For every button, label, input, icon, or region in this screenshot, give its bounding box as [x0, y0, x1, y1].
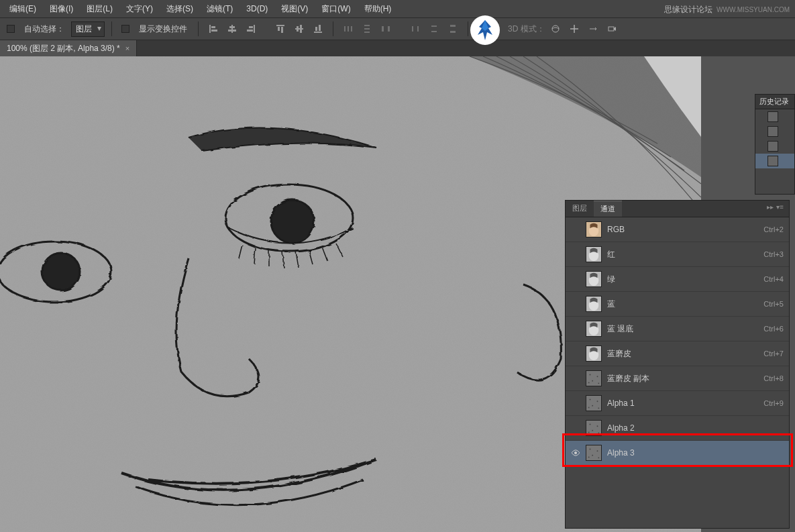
- align-top-icon[interactable]: [272, 21, 288, 36]
- visibility-eye-icon[interactable]: [571, 349, 580, 358]
- align-right-icon[interactable]: [243, 21, 259, 36]
- tab-channels[interactable]: 通道: [594, 201, 622, 217]
- svg-rect-11: [281, 27, 283, 33]
- panel-collapse-icon[interactable]: ▸▸: [767, 203, 774, 214]
- align-bottom-icon[interactable]: [310, 21, 326, 36]
- svg-rect-26: [412, 26, 413, 32]
- 3d-camera-icon[interactable]: [604, 21, 620, 36]
- channel-shortcut: Ctrl+8: [763, 374, 784, 382]
- show-transform-checkbox[interactable]: [121, 25, 129, 33]
- visibility-eye-icon[interactable]: [571, 423, 580, 433]
- channel-row[interactable]: Alpha 2: [566, 416, 789, 441]
- history-panel-title: 历史记录: [755, 95, 794, 109]
- visibility-eye-icon[interactable]: [571, 225, 580, 234]
- history-item[interactable]: [755, 154, 794, 168]
- show-transform-label: 显示变换控件: [139, 23, 187, 35]
- svg-rect-7: [249, 26, 253, 28]
- channel-row[interactable]: Alpha 1Ctrl+9: [566, 391, 789, 416]
- document-tab[interactable]: 100% (图层 2 副本, Alpha 3/8) * ×: [0, 40, 137, 56]
- history-item[interactable]: [755, 109, 794, 124]
- 3d-orbit-icon[interactable]: [547, 21, 564, 36]
- channel-row[interactable]: 蓝磨皮 副本Ctrl+8: [566, 366, 789, 391]
- visibility-eye-icon[interactable]: [571, 324, 580, 333]
- menu-layer[interactable]: 图层(L): [80, 0, 119, 18]
- svg-rect-27: [417, 26, 419, 32]
- svg-rect-19: [348, 26, 349, 32]
- svg-point-82: [597, 450, 598, 451]
- menu-view[interactable]: 视图(V): [274, 0, 315, 18]
- channel-row[interactable]: 红Ctrl+3: [566, 242, 789, 267]
- distribute-h-icon[interactable]: [340, 21, 356, 36]
- svg-rect-18: [344, 26, 346, 32]
- svg-rect-9: [276, 25, 284, 26]
- svg-rect-4: [229, 26, 235, 28]
- distribute-spacing-3-icon[interactable]: [445, 21, 461, 36]
- visibility-eye-icon[interactable]: [571, 274, 580, 284]
- channel-row[interactable]: 蓝Ctrl+5: [566, 292, 789, 317]
- auto-select-label: 自动选择：: [24, 23, 64, 35]
- panel-menu-icon[interactable]: ▾≡: [776, 203, 784, 214]
- distribute-v-icon[interactable]: [359, 21, 375, 36]
- channel-name: 红: [607, 249, 758, 260]
- distribute-3-icon[interactable]: [378, 21, 394, 36]
- align-left-icon[interactable]: [205, 21, 221, 36]
- svg-point-36: [552, 25, 559, 32]
- channel-thumbnail: [586, 271, 602, 287]
- app-logo-icon: [470, 15, 500, 46]
- channel-thumbnail: [586, 296, 602, 312]
- visibility-eye-icon[interactable]: [571, 448, 580, 458]
- 3d-slide-icon[interactable]: [585, 21, 601, 36]
- distribute-spacing-h-icon[interactable]: [407, 21, 423, 36]
- channel-name: Alpha 2: [607, 423, 778, 433]
- align-center-h-icon[interactable]: [224, 21, 240, 36]
- channel-row[interactable]: RGBCtrl+2: [566, 217, 789, 242]
- menu-filter[interactable]: 滤镜(T): [200, 0, 240, 18]
- menu-select[interactable]: 选择(S): [160, 0, 200, 18]
- options-bar: 自动选择： 图层 显示变换控件 3D 模式：: [0, 18, 795, 40]
- svg-point-67: [597, 401, 598, 402]
- 3d-pan-icon[interactable]: [566, 21, 582, 36]
- channel-row[interactable]: 蓝磨皮Ctrl+7: [566, 341, 789, 366]
- channel-shortcut: Ctrl+2: [763, 225, 784, 233]
- menu-image[interactable]: 图像(I): [43, 0, 80, 18]
- channel-name: RGB: [607, 225, 758, 234]
- svg-rect-21: [364, 25, 370, 26]
- channel-name: Alpha 1: [607, 398, 758, 408]
- channel-shortcut: Ctrl+7: [763, 350, 784, 358]
- align-center-v-icon[interactable]: [291, 21, 307, 36]
- menu-window[interactable]: 窗口(W): [315, 0, 357, 18]
- svg-point-70: [588, 407, 590, 409]
- menu-3d[interactable]: 3D(D): [240, 0, 274, 18]
- channel-name: 蓝磨皮: [607, 348, 758, 360]
- history-item[interactable]: [755, 124, 794, 139]
- channel-name: 蓝: [607, 299, 758, 310]
- svg-point-66: [590, 399, 591, 401]
- channel-shortcut: Ctrl+6: [763, 325, 784, 333]
- tab-layers[interactable]: 图层: [566, 201, 594, 217]
- visibility-eye-icon[interactable]: [571, 299, 580, 309]
- svg-rect-6: [254, 25, 255, 33]
- panel-tab-bar: 图层 通道 ▸▸ ▾≡: [566, 201, 789, 217]
- svg-rect-12: [295, 28, 303, 30]
- visibility-eye-icon[interactable]: [571, 374, 580, 383]
- visibility-eye-icon[interactable]: [571, 250, 580, 259]
- auto-select-dropdown[interactable]: 图层: [71, 21, 105, 37]
- svg-point-85: [588, 457, 590, 458]
- history-item[interactable]: [755, 139, 794, 154]
- svg-rect-20: [351, 26, 352, 32]
- channel-shortcut: Ctrl+5: [763, 300, 784, 308]
- menu-help[interactable]: 帮助(H): [358, 0, 399, 18]
- close-tab-icon[interactable]: ×: [125, 44, 129, 52]
- document-tab-title: 100% (图层 2 副本, Alpha 3/8) *: [7, 43, 120, 54]
- channel-row[interactable]: Alpha 3: [566, 441, 789, 466]
- distribute-spacing-v-icon[interactable]: [426, 21, 442, 36]
- channel-row[interactable]: 蓝 退底Ctrl+6: [566, 317, 789, 341]
- menu-type[interactable]: 文字(Y): [119, 0, 160, 18]
- svg-point-42: [270, 199, 313, 242]
- visibility-eye-icon[interactable]: [571, 398, 580, 408]
- auto-select-checkbox[interactable]: [7, 25, 15, 33]
- svg-point-59: [590, 374, 591, 376]
- channel-name: 蓝磨皮 副本: [607, 373, 758, 384]
- channel-row[interactable]: 绿Ctrl+4: [566, 267, 789, 292]
- menu-edit[interactable]: 编辑(E): [3, 0, 43, 18]
